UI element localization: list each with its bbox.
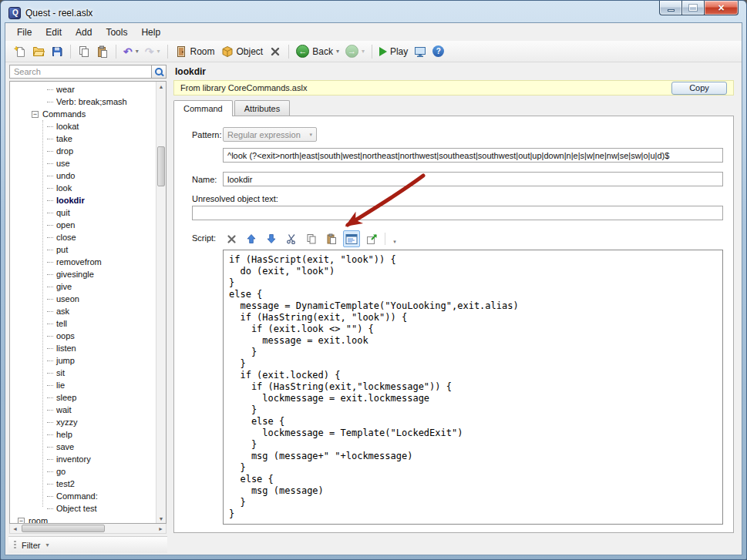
tree-item-take[interactable]: take (10, 132, 156, 145)
pattern-row: Pattern: Regular expression ▾ (192, 127, 723, 142)
log-window-button[interactable] (412, 44, 429, 59)
add-object-button[interactable]: Object (219, 44, 266, 59)
tree-item-tell[interactable]: tell (10, 317, 156, 330)
tree-item-ask[interactable]: ask (10, 305, 156, 317)
menu-file[interactable]: File (10, 25, 39, 40)
tree-item-jump[interactable]: jump (10, 354, 156, 367)
filter-dropdown-icon[interactable]: ▾ (45, 542, 49, 548)
forward-button[interactable]: →▾ (343, 43, 367, 59)
tree-item-commands[interactable]: −Commands (10, 108, 156, 120)
open-button[interactable] (30, 44, 47, 59)
tab-command[interactable]: Command (173, 100, 233, 116)
search-input[interactable] (9, 65, 151, 79)
tree-item-look[interactable]: look (10, 182, 156, 194)
tree-item-givesingle[interactable]: givesingle (10, 268, 156, 280)
tree-connector-dash (47, 373, 53, 374)
search-row (9, 65, 167, 79)
search-icon (154, 67, 164, 77)
collapse-toggle-icon[interactable]: − (18, 518, 25, 524)
delete-button[interactable] (267, 44, 284, 59)
tree-item-wait[interactable]: wait (10, 404, 156, 416)
code-view-button[interactable] (343, 230, 360, 247)
script-delete-button[interactable] (223, 230, 240, 247)
tree-item-put[interactable]: put (10, 243, 156, 256)
redo-button[interactable]: ↷▾ (143, 45, 163, 59)
script-move-down-button[interactable] (263, 230, 280, 247)
name-input[interactable] (223, 172, 723, 186)
tree-item-lookdir[interactable]: lookdir (10, 194, 156, 206)
tree-item-label: removefrom (56, 257, 102, 267)
maximize-button[interactable] (681, 1, 704, 15)
tree-item-verb-break-smash[interactable]: Verb: break;smash (10, 96, 156, 108)
search-button[interactable] (151, 65, 167, 79)
menu-edit[interactable]: Edit (39, 25, 69, 40)
tree-connector-dash (47, 237, 53, 238)
scroll-right-icon[interactable]: ► (156, 524, 166, 533)
tree-item-lie[interactable]: lie (10, 379, 156, 391)
script-paste-button[interactable] (323, 230, 340, 247)
scroll-down-icon[interactable]: ▼ (156, 514, 166, 523)
tree-item-give[interactable]: give (10, 280, 156, 293)
tree-item-open[interactable]: open (10, 219, 156, 231)
title-bar[interactable]: Quest - reel.aslx (1, 1, 746, 22)
popout-editor-button[interactable] (363, 230, 380, 247)
vertical-scroll-thumb[interactable] (157, 146, 165, 186)
tree-item-quit[interactable]: quit (10, 206, 156, 219)
tree-item-help[interactable]: help (10, 428, 156, 441)
tree-item-save[interactable]: save (10, 441, 156, 453)
script-copy-button[interactable] (303, 230, 320, 247)
help-button[interactable]: ? (430, 44, 446, 59)
tree-item-test2[interactable]: test2 (10, 478, 156, 490)
tree-item-command[interactable]: Command: (10, 490, 156, 502)
tree-item-lookat[interactable]: lookat (10, 120, 156, 132)
tree-item-label: test2 (56, 479, 75, 488)
menu-tools[interactable]: Tools (99, 25, 134, 40)
tree-item-sleep[interactable]: sleep (10, 391, 156, 404)
close-button[interactable]: × (704, 1, 739, 15)
tree-item-drop[interactable]: drop (10, 145, 156, 157)
tree-item-go[interactable]: go (10, 465, 156, 478)
copy-button[interactable]: Copy (671, 82, 727, 95)
tree-item-xyzzy[interactable]: xyzzy (10, 416, 156, 428)
script-cut-button[interactable] (283, 230, 300, 247)
filter-label[interactable]: Filter (22, 541, 40, 550)
tab-attributes[interactable]: Attributes (234, 100, 290, 116)
menu-add[interactable]: Add (69, 25, 99, 40)
pattern-input[interactable] (223, 148, 723, 163)
horizontal-scroll-thumb[interactable] (22, 525, 105, 532)
undo-button[interactable]: ↶▾ (121, 45, 141, 59)
tree-horizontal-scrollbar[interactable]: ◄ ► (9, 524, 167, 534)
save-button[interactable] (49, 44, 66, 59)
tree-item-inventory[interactable]: inventory (10, 453, 156, 465)
tree-item-room[interactable]: −room (10, 515, 156, 523)
tree-item-wear[interactable]: wear (10, 83, 156, 96)
script-move-up-button[interactable] (243, 230, 260, 247)
add-room-button[interactable]: Room (173, 44, 217, 59)
tree-item-label: useon (56, 294, 79, 303)
unresolved-input[interactable] (192, 206, 723, 220)
tree-item-sit[interactable]: sit (10, 367, 156, 379)
scroll-left-icon[interactable]: ◄ (10, 524, 20, 533)
collapse-toggle-icon[interactable]: − (32, 111, 39, 118)
tree-vertical-scrollbar[interactable]: ▲ ▼ (156, 82, 166, 523)
library-notice-bar: From library CoreCommands.aslx Copy (173, 80, 734, 96)
tree-item-object-test[interactable]: Object test (10, 502, 156, 515)
script-toolbar-overflow-button[interactable]: ▾ (390, 231, 399, 246)
copy-toolbar-button[interactable] (76, 44, 93, 59)
pattern-type-dropdown[interactable]: Regular expression ▾ (223, 127, 317, 142)
paste-toolbar-button[interactable] (94, 44, 111, 59)
minimize-button[interactable] (659, 1, 681, 15)
tree-item-oops[interactable]: oops (10, 330, 156, 342)
back-button[interactable]: ←Back▾ (294, 43, 342, 59)
tree-item-use[interactable]: use (10, 157, 156, 169)
new-button[interactable] (12, 44, 29, 59)
tree-item-undo[interactable]: undo (10, 169, 156, 182)
tree-item-useon[interactable]: useon (10, 293, 156, 305)
tree-item-listen[interactable]: listen (10, 342, 156, 354)
menu-help[interactable]: Help (134, 25, 167, 40)
script-code-editor[interactable]: if (HasScript(exit, "look")) { do (exit,… (224, 250, 722, 524)
scroll-up-icon[interactable]: ▲ (156, 82, 166, 91)
tree-item-removefrom[interactable]: removefrom (10, 256, 156, 268)
play-button[interactable]: Play (377, 45, 410, 59)
tree-item-close[interactable]: close (10, 231, 156, 243)
